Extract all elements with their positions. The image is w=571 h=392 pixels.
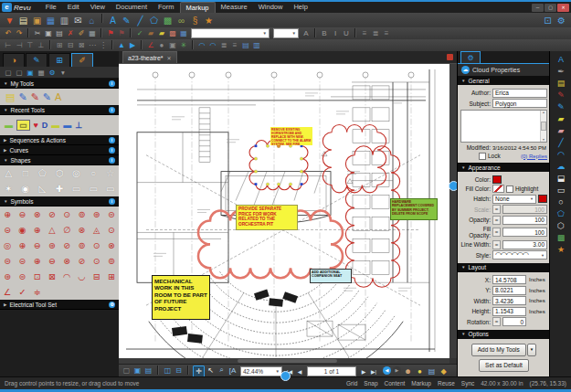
tip-icon[interactable]: ● xyxy=(415,366,425,376)
fit-page-icon[interactable]: ▣ xyxy=(132,366,143,376)
back-view-icon[interactable]: ◀ xyxy=(383,366,391,375)
fill-opacity-input[interactable]: 100 xyxy=(502,228,547,237)
width-input[interactable]: 3.4236 xyxy=(492,296,526,305)
flag-dark-icon[interactable]: ⚑ xyxy=(116,28,127,38)
textarea-scrollbar[interactable]: ▲▼ xyxy=(540,111,546,142)
shape-tool-icon[interactable]: ○ xyxy=(90,168,96,178)
flag-tool-icon[interactable]: ▼ xyxy=(3,14,16,26)
zoom-tool-icon[interactable]: ⌕ xyxy=(217,366,227,376)
menu-view[interactable]: View xyxy=(85,2,111,13)
glyph-icon[interactable]: Markup xyxy=(411,380,431,387)
list-2-icon[interactable]: ≡ xyxy=(229,40,240,50)
group-icon[interactable]: ⊞ xyxy=(54,40,65,50)
symbol-tool-icon[interactable]: ⊛ xyxy=(93,209,100,219)
symbol-tool-icon[interactable]: ⊕ xyxy=(18,240,26,250)
horizontal-scroll-thumb[interactable] xyxy=(238,359,337,363)
new-document-icon[interactable]: ▤ xyxy=(16,14,30,26)
info-icon[interactable]: i xyxy=(109,137,115,143)
tab-file-access-icon[interactable]: ◑ xyxy=(3,53,25,67)
opacity-spinner[interactable]: ◂▸ xyxy=(492,216,501,225)
symbol-tool-icon[interactable]: ⊚ xyxy=(108,256,115,266)
redo-icon[interactable]: ↷ xyxy=(14,28,25,38)
fill-opacity-spinner[interactable]: ◂▸ xyxy=(492,228,501,237)
shape-tool-icon[interactable]: ▭ xyxy=(89,184,97,194)
arc-right-icon[interactable]: ◠ xyxy=(207,40,218,50)
shape-tool-icon[interactable]: ✶ xyxy=(5,184,12,194)
symbol-tool-icon[interactable]: ⊝ xyxy=(4,225,11,235)
next-page-button[interactable]: ▶ xyxy=(359,368,368,375)
snapshot-icon[interactable]: ✳ xyxy=(178,40,189,50)
rotation-input[interactable]: 0 xyxy=(502,317,526,326)
polyline-icon[interactable]: ⬡ xyxy=(554,220,568,231)
glyph-icon[interactable]: Reuse xyxy=(438,380,455,387)
pan-tool-icon[interactable]: ✛ xyxy=(193,366,205,377)
menu-form[interactable]: Form xyxy=(153,2,180,13)
grid-small-icon[interactable]: ▦ xyxy=(178,28,189,38)
profile-icon[interactable]: ☻ xyxy=(403,366,413,376)
brush-icon[interactable]: ▰ xyxy=(145,28,156,38)
attach-icon[interactable]: § xyxy=(188,14,202,26)
info-icon[interactable]: i xyxy=(109,147,115,154)
delete-icon[interactable]: ✗ xyxy=(65,28,76,38)
companion-seat-note-markup[interactable]: ADD ADDITIONAL COMPANION SEAT xyxy=(310,269,352,283)
view-grid-icon[interactable]: ▦ xyxy=(37,68,46,77)
orchestra-note-markup[interactable]: PROVIDE SEPARATE PRICE FOR WORK RELATED … xyxy=(236,205,298,230)
scale-spinner[interactable]: ◂▸ xyxy=(492,205,501,214)
stamp-icon[interactable]: ★ xyxy=(554,244,568,255)
symbol-tool-icon[interactable]: ◠ xyxy=(63,271,70,281)
format-paint-icon[interactable]: ✐ xyxy=(76,28,87,38)
section-header-electrical[interactable]: ▶ Electrical Tool Set ⚙ xyxy=(0,300,119,310)
symbol-tool-icon[interactable]: ⊙ xyxy=(63,209,70,219)
font-size-combo[interactable]: ▼ xyxy=(273,28,299,38)
last-page-button[interactable]: ▶| xyxy=(369,368,378,375)
minimize-button[interactable]: ─ xyxy=(532,4,544,12)
symbol-tool-icon[interactable]: ✓ xyxy=(18,287,26,297)
shape-tool-icon[interactable]: ⬡ xyxy=(56,168,64,178)
symbol-tool-icon[interactable]: ⊚ xyxy=(78,209,85,219)
undo-icon[interactable]: ↶ xyxy=(3,28,14,38)
italic-icon[interactable]: I xyxy=(330,28,341,38)
lock-checkbox[interactable] xyxy=(479,153,486,160)
sticky-note-icon[interactable]: ▤ xyxy=(554,78,568,89)
pan-indicator-dot[interactable] xyxy=(280,371,291,381)
bold-icon[interactable]: B xyxy=(319,28,330,38)
author-input[interactable]: Erica xyxy=(492,89,547,98)
section-header-symbols[interactable]: ▼ Symbols i xyxy=(0,196,119,207)
hyperlink-icon[interactable]: ∞ xyxy=(174,14,188,26)
email-icon[interactable]: ✉ xyxy=(71,14,85,26)
mechanical-note-markup[interactable]: MECHANICAL WORK IN THIS ROOM TO BE PART … xyxy=(152,275,210,320)
lock-icon[interactable]: ◆ xyxy=(439,366,449,376)
color-swatch[interactable] xyxy=(492,175,502,184)
arc-icon[interactable]: ◠ xyxy=(554,149,568,160)
dot-icon[interactable]: ● xyxy=(156,40,167,50)
info-icon[interactable]: i xyxy=(109,198,115,205)
glyph-icon[interactable]: Grid xyxy=(346,380,357,387)
view-small-icon[interactable]: ▢ xyxy=(4,68,13,77)
yellow-rect-tool-icon[interactable]: ▭ xyxy=(16,120,30,131)
shape-tool-icon[interactable]: ☆ xyxy=(106,168,114,178)
shape-tool-icon[interactable]: ⬠ xyxy=(38,168,47,178)
x-input[interactable]: 14.5708 xyxy=(492,275,526,284)
align-bottom-icon[interactable]: ⊥ xyxy=(36,40,47,50)
menu-markup[interactable]: Markup xyxy=(180,2,216,14)
symbol-tool-icon[interactable]: ⊛ xyxy=(4,271,11,281)
view-large-icon[interactable]: ▢ xyxy=(15,68,24,77)
line-width-spinner[interactable]: ◂▸ xyxy=(492,240,501,249)
section-header-recent-tools[interactable]: ▼ Recent Tools i xyxy=(0,105,119,115)
symbol-tool-icon[interactable]: ◎ xyxy=(4,240,11,250)
rotation-spinner[interactable]: ◂▸ xyxy=(492,317,501,326)
text-lock-tool-icon[interactable]: A xyxy=(55,91,61,102)
underline-icon[interactable]: U xyxy=(341,28,352,38)
select-text-icon[interactable]: [A xyxy=(227,366,238,376)
text-tool-icon[interactable]: A xyxy=(554,54,568,65)
save-icon[interactable]: ▦ xyxy=(44,14,58,26)
measure-angle-icon[interactable]: ∠ xyxy=(145,40,156,50)
line-icon[interactable]: ╱ xyxy=(554,137,568,148)
symbol-tool-icon[interactable]: ⊗ xyxy=(63,256,70,266)
symbol-tool-icon[interactable]: ⊘ xyxy=(78,256,85,266)
settings-gear-icon[interactable]: ⚙ xyxy=(555,14,568,26)
distribute-icon[interactable]: ⊠ xyxy=(76,40,87,50)
monitor-icon[interactable]: ⊡ xyxy=(541,14,555,26)
align-edge-left-icon[interactable]: ⊢ xyxy=(3,40,14,50)
symbol-tool-icon[interactable]: ⊙ xyxy=(93,256,100,266)
